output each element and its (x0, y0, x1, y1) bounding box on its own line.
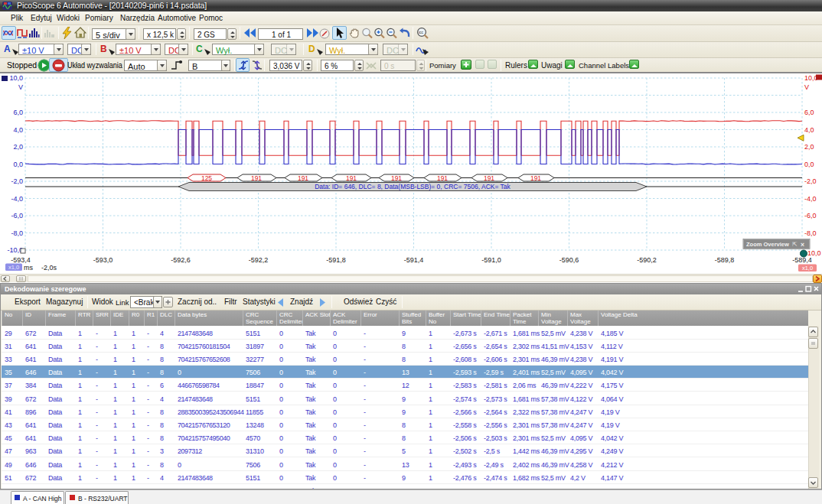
svg-text:⇱: ⇱ (792, 241, 798, 248)
svg-text:V: V (18, 83, 23, 91)
svg-text:-593,4: -593,4 (11, 256, 31, 264)
svg-text:Zoom Overview: Zoom Overview (746, 241, 789, 248)
svg-text:191: 191 (346, 174, 357, 182)
svg-text:-6,0: -6,0 (11, 212, 23, 219)
svg-text:x1,0: x1,0 (8, 264, 19, 271)
svg-text:Data: ID= 646, DLC= 8, Data(MS: Data: ID= 646, DLC= 8, Data(MSB-LSB)= 0,… (315, 183, 510, 190)
svg-text:6,0: 6,0 (804, 109, 814, 116)
svg-text:-590,2: -590,2 (637, 256, 657, 264)
svg-text:191: 191 (298, 174, 308, 182)
svg-text:191: 191 (391, 174, 402, 182)
svg-text:191: 191 (251, 174, 262, 182)
svg-text:icc: icc (419, 30, 424, 34)
svg-text:125: 125 (201, 174, 212, 182)
svg-text:10,0: 10,0 (804, 74, 818, 82)
svg-text:-6,0: -6,0 (804, 212, 817, 219)
svg-text:-591,4: -591,4 (404, 256, 424, 264)
svg-text:191: 191 (437, 174, 448, 182)
svg-text:-589,4: -589,4 (792, 256, 812, 264)
svg-text:-592,6: -592,6 (171, 256, 191, 264)
svg-text:2,0: 2,0 (13, 143, 23, 151)
svg-text:-593,0: -593,0 (93, 256, 113, 264)
svg-text:-4,0: -4,0 (804, 195, 817, 203)
svg-text:-2,0: -2,0 (11, 177, 23, 185)
svg-text:V: V (804, 83, 809, 91)
svg-text:191: 191 (484, 174, 494, 182)
svg-text:-8,0: -8,0 (11, 229, 23, 237)
svg-text:0,0: 0,0 (804, 161, 814, 168)
svg-text:-4,0: -4,0 (11, 195, 23, 203)
svg-text:ms: ms (24, 264, 33, 272)
svg-text:x1,0: x1,0 (802, 265, 813, 272)
svg-text:-591,8: -591,8 (326, 256, 346, 264)
svg-text:-8,0: -8,0 (804, 229, 817, 237)
svg-text:4,0: 4,0 (804, 126, 814, 134)
svg-text:-590,6: -590,6 (559, 256, 579, 264)
svg-text:-592,2: -592,2 (249, 256, 269, 264)
svg-text:-589,8: -589,8 (715, 256, 735, 264)
svg-text:6,0: 6,0 (13, 109, 23, 116)
svg-text:2,0: 2,0 (804, 143, 814, 151)
svg-text:191: 191 (530, 174, 541, 182)
svg-text:-2,0s: -2,0s (41, 264, 57, 272)
svg-text:4,0: 4,0 (13, 126, 23, 134)
svg-text:0,0: 0,0 (13, 161, 23, 168)
svg-text:-2,0: -2,0 (804, 177, 817, 185)
svg-text:10,0: 10,0 (9, 74, 23, 82)
svg-text:×: × (801, 241, 804, 249)
svg-text:-591,0: -591,0 (481, 256, 501, 264)
